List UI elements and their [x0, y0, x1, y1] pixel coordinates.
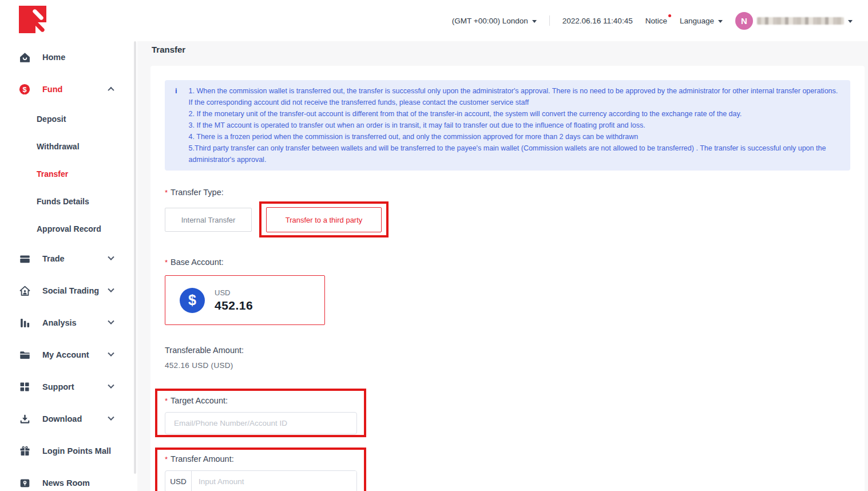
target-account-field: * Target Account:	[165, 395, 357, 434]
transferable-amount-value: 452.16 USD (USD)	[165, 361, 850, 370]
language-selector[interactable]: Language	[680, 17, 723, 25]
sidebar-item-home[interactable]: Home	[0, 41, 137, 73]
chevron-up-icon	[108, 87, 114, 93]
user-menu[interactable]: N	[735, 12, 853, 30]
sidebar-item-my-account[interactable]: My Account	[0, 339, 137, 371]
info-icon: i	[175, 85, 189, 165]
sidebar-item-analysis[interactable]: Analysis	[0, 307, 137, 339]
chevron-down-icon	[718, 20, 723, 23]
chevron-down-icon	[108, 286, 114, 292]
transfer-amount-input[interactable]	[192, 471, 356, 491]
chevron-down-icon	[532, 20, 537, 23]
info-line: 1. When the commission wallet is transfe…	[189, 85, 839, 97]
transfer-amount-field: * Transfer Amount: USD	[165, 453, 357, 491]
third-party-transfer-button[interactable]: Transfer to a third party	[266, 207, 382, 232]
sidebar-item-support[interactable]: Support	[0, 371, 137, 403]
required-mark: *	[165, 397, 168, 405]
sidebar-item-withdrawal[interactable]: Withdrawal	[0, 133, 137, 160]
transfer-amount-group: USD	[165, 470, 357, 491]
brand-logo[interactable]	[19, 6, 46, 33]
social-trading-icon	[19, 285, 30, 296]
sidebar-item-social-trading[interactable]: Social Trading	[0, 275, 137, 307]
svg-text:$: $	[22, 85, 26, 94]
chevron-down-icon	[108, 318, 114, 324]
chevron-down-icon	[108, 350, 114, 357]
base-account-amount: 452.16	[215, 299, 253, 312]
info-lines: 1. When the commission wallet is transfe…	[189, 85, 839, 165]
sidebar-item-approval-record[interactable]: Approval Record	[0, 215, 137, 243]
sidebar-item-news-room[interactable]: News Room	[0, 467, 137, 491]
topbar-divider	[549, 15, 550, 26]
my-account-icon	[19, 349, 30, 361]
info-line: 3. If the MT account is operated to tran…	[189, 120, 839, 131]
topbar: (GMT +00:00) London 2022.06.16 11:40:45 …	[137, 0, 868, 41]
notice-label: Notice	[645, 17, 667, 25]
main-content: Transfer i 1. When the commission wallet…	[137, 41, 868, 491]
base-account-info: USD 452.16	[215, 288, 253, 312]
sidebar-item-label: Fund	[42, 85, 62, 94]
sidebar-item-deposit[interactable]: Deposit	[0, 105, 137, 133]
sidebar-item-transfer[interactable]: Transfer	[0, 160, 137, 188]
transferable-amount-label: Transferable Amount:	[165, 346, 850, 355]
sidebar-item-login-points-mall[interactable]: Login Points Mall	[0, 435, 137, 467]
required-mark: *	[165, 258, 168, 267]
chevron-down-icon	[108, 414, 114, 421]
required-mark: *	[165, 188, 168, 197]
info-box: i 1. When the commission wallet is trans…	[165, 80, 850, 171]
sidebar-item-download[interactable]: Download	[0, 403, 137, 435]
required-mark: *	[165, 455, 168, 464]
timezone-selector[interactable]: (GMT +00:00) London	[452, 17, 537, 25]
trade-icon	[19, 253, 30, 264]
sidebar-item-label: Home	[42, 53, 65, 62]
transfer-card: i 1. When the commission wallet is trans…	[150, 66, 865, 491]
sidebar-item-fund[interactable]: $ Fund	[0, 73, 137, 105]
dollar-coin-icon: $	[180, 288, 205, 313]
info-line: 4. There is a frozen period when the com…	[189, 131, 839, 142]
avatar: N	[735, 12, 753, 30]
page-title: Transfer	[152, 45, 185, 54]
info-line: 2. If the monetary unit of the transfer-…	[189, 108, 839, 120]
sidebar-nav: Home $ Fund Deposit Withdrawal Transfer …	[0, 41, 137, 491]
base-account-label: * Base Account:	[165, 256, 850, 268]
target-account-input[interactable]	[165, 412, 357, 434]
sidebar-scrollbar[interactable]	[134, 41, 136, 474]
analysis-icon	[19, 317, 30, 328]
transfer-type-label: * Transfer Type:	[165, 187, 850, 198]
sidebar: Home $ Fund Deposit Withdrawal Transfer …	[0, 0, 137, 491]
gift-icon	[19, 445, 30, 457]
transfer-type-options: Internal Transfer Transfer to a third pa…	[165, 207, 850, 232]
chevron-down-icon	[108, 254, 114, 260]
base-account-card[interactable]: $ USD 452.16	[165, 275, 325, 325]
language-label: Language	[680, 17, 714, 25]
sidebar-item-trade[interactable]: Trade	[0, 243, 137, 275]
timezone-label: (GMT +00:00) London	[452, 17, 528, 25]
chevron-down-icon	[108, 382, 114, 389]
chevron-down-icon	[848, 20, 853, 23]
fund-icon: $	[19, 84, 30, 95]
internal-transfer-button[interactable]: Internal Transfer	[165, 208, 252, 232]
target-account-label: * Target Account:	[165, 395, 357, 406]
datetime-display: 2022.06.16 11:40:45	[562, 17, 633, 25]
transfer-amount-label: * Transfer Amount:	[165, 453, 357, 465]
home-icon	[19, 52, 30, 63]
sidebar-item-funds-details[interactable]: Funds Details	[0, 188, 137, 215]
info-line: 5.Third party transfer can only transfer…	[189, 142, 839, 165]
base-account-currency: USD	[215, 288, 253, 297]
notice-link[interactable]: Notice	[645, 17, 667, 25]
user-name-redacted	[757, 17, 844, 25]
support-icon	[19, 381, 30, 393]
download-icon	[19, 413, 30, 425]
news-room-icon	[19, 477, 30, 489]
notice-badge	[668, 14, 671, 17]
info-line: If the corresponding account did not rec…	[189, 97, 839, 108]
currency-prefix: USD	[165, 471, 192, 491]
